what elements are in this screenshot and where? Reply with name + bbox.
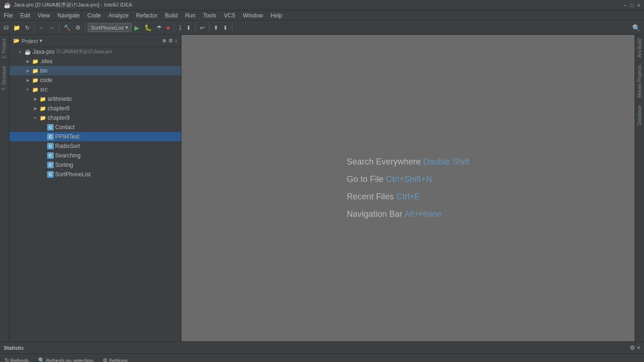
maximize-button[interactable]: □ bbox=[630, 2, 634, 8]
run-config-dropdown[interactable]: SortPhoneList ▾ bbox=[88, 23, 132, 32]
undo-button[interactable]: ↩ bbox=[198, 24, 206, 32]
toolbar: ⛁ 📁 ↻ ← → 🔨 ⚙ SortPhoneList ▾ ▶ 🐛 ☂ ■ ⤵ … bbox=[0, 21, 644, 35]
tree-label-sorting: Sorting bbox=[55, 162, 73, 168]
menu-tools[interactable]: Tools bbox=[199, 11, 220, 20]
tree-label-chapter6: chapter6 bbox=[48, 105, 70, 112]
java-class-icon: C bbox=[47, 124, 54, 131]
project-folder-icon: 📂 bbox=[13, 38, 20, 44]
tree-item-chapter6[interactable]: ▶ 📁 chapter6 bbox=[9, 104, 181, 113]
tree-label-contact: Contact bbox=[55, 124, 74, 131]
project-panel: 📂 Project ▾ ⊕ ⚙ ↕ ▾ ☕ Java-pro D:\JAVA程序… bbox=[9, 35, 182, 341]
close-button[interactable]: × bbox=[637, 2, 640, 8]
toolbar-open[interactable]: 📁 bbox=[11, 24, 22, 32]
tree-item-code[interactable]: ▶ 📁 code bbox=[9, 75, 181, 85]
debug-button[interactable]: 🐛 bbox=[142, 23, 154, 32]
folder-icon-arithmetic: 📁 bbox=[40, 96, 46, 102]
vcs-update[interactable]: ⬆ bbox=[212, 24, 220, 32]
tree-label-src: src bbox=[40, 86, 48, 93]
tree-item-sorting[interactable]: ▶ C Sorting bbox=[9, 160, 181, 170]
toolbar-sep-3 bbox=[85, 23, 85, 33]
settings-button[interactable]: ⚙ Settings bbox=[100, 356, 131, 362]
toolbar-sep-7 bbox=[232, 23, 232, 33]
search-label-1: Search Everywhere bbox=[347, 157, 421, 166]
menu-window[interactable]: Window bbox=[239, 11, 267, 20]
menu-refactor[interactable]: Refactor bbox=[132, 11, 161, 20]
search-everywhere[interactable]: 🔍 bbox=[630, 23, 642, 33]
refresh-on-label: Refresh on selection bbox=[46, 358, 93, 362]
tree-item-idea[interactable]: ▶ 📁 .idea bbox=[9, 57, 181, 66]
sidebar-tab-project[interactable]: 1: Project bbox=[0, 35, 9, 62]
tree-item-arithmetic[interactable]: ▶ 📁 arithmetic bbox=[9, 94, 181, 104]
stop-button[interactable]: ■ bbox=[165, 24, 172, 32]
refresh-selection-icon: 🔍 bbox=[38, 357, 45, 362]
locate-icon[interactable]: ⊕ bbox=[162, 38, 166, 44]
settings-icon[interactable]: ⚙ bbox=[168, 38, 173, 44]
java-class-icon-sortphonelist: C bbox=[47, 171, 54, 178]
menu-help[interactable]: Help bbox=[267, 11, 286, 20]
search-hotkey-4: Alt+Home bbox=[405, 209, 442, 219]
tree-label-pp94test: PP94Test bbox=[55, 133, 79, 140]
statistic-header-icons: ⚙ × bbox=[630, 345, 640, 351]
tree-label-radixsort: RadixSort bbox=[55, 143, 80, 149]
tree-item-pp94test[interactable]: ▶ C PP94Test bbox=[9, 132, 181, 141]
menu-run[interactable]: Run bbox=[182, 11, 199, 20]
menu-view[interactable]: View bbox=[34, 11, 54, 20]
toolbar-sync[interactable]: ↻ bbox=[23, 24, 32, 32]
menu-analyze[interactable]: Analyze bbox=[105, 11, 132, 20]
step-into[interactable]: ⬇ bbox=[184, 24, 193, 32]
settings-label: Settings bbox=[109, 358, 128, 362]
maven-projects-tab[interactable]: Maven Projects bbox=[636, 61, 644, 101]
folder-icon-bin: 📁 bbox=[32, 68, 39, 74]
java-class-icon-radix: C bbox=[47, 143, 54, 149]
menu-file[interactable]: File bbox=[0, 11, 17, 20]
sidebar-tab-structure[interactable]: 7: Structure bbox=[0, 62, 9, 94]
stat-close-icon[interactable]: × bbox=[637, 345, 640, 351]
tree-item-chapter9[interactable]: ▾ 📁 chapter9 bbox=[9, 113, 181, 123]
menu-code[interactable]: Code bbox=[83, 11, 105, 20]
toolbar-build-icon[interactable]: 🔨 bbox=[62, 24, 73, 32]
window-title: Java-pro [D:\JAVA程序设计\Java-pro] - Intell… bbox=[14, 1, 623, 8]
toolbar-forward[interactable]: → bbox=[47, 24, 57, 32]
folder-icon: 📁 bbox=[32, 58, 39, 65]
vcs-commit[interactable]: ⬇ bbox=[221, 24, 230, 32]
ant-build-tab[interactable]: Ant Build bbox=[636, 35, 644, 61]
tree-label-bin: bin bbox=[40, 67, 48, 74]
tree-item-searching[interactable]: ▶ C Searching bbox=[9, 151, 181, 160]
tree-label-sortphonelist: SortPhoneList bbox=[55, 171, 91, 178]
database-tab[interactable]: Database bbox=[636, 101, 644, 129]
refresh-on-selection-button[interactable]: 🔍 Refresh on selection bbox=[35, 356, 96, 362]
main-layout: 1: Project 7: Structure 📂 Project ▾ ⊕ ⚙ … bbox=[0, 35, 644, 341]
search-line-3: Recent Files Ctrl+E bbox=[347, 192, 469, 202]
dropdown-arrow-icon: ▾ bbox=[125, 25, 128, 31]
tree-item-sortphonelist[interactable]: ▶ C SortPhoneList bbox=[9, 170, 181, 179]
menu-vcs[interactable]: VCS bbox=[220, 11, 239, 20]
expand-icon[interactable]: ↕ bbox=[175, 38, 178, 44]
toolbar-back[interactable]: ← bbox=[37, 24, 46, 32]
stat-settings-icon[interactable]: ⚙ bbox=[630, 345, 635, 351]
toolbar-sep-6 bbox=[209, 23, 209, 33]
left-side-tabs: 1: Project 7: Structure bbox=[0, 35, 9, 341]
run-button[interactable]: ▶ bbox=[132, 23, 141, 33]
refresh-button[interactable]: ↻ Refresh bbox=[2, 356, 32, 362]
menu-build[interactable]: Build bbox=[161, 11, 182, 20]
tree-item-java-pro[interactable]: ▾ ☕ Java-pro D:\JAVA程序设计\Java-pro bbox=[9, 47, 181, 57]
toolbar-sep-4 bbox=[174, 23, 174, 33]
toolbar-project-structure[interactable]: ⛁ bbox=[2, 24, 10, 32]
menu-edit[interactable]: Edit bbox=[17, 11, 34, 20]
project-dropdown-icon: ▾ bbox=[40, 38, 42, 44]
coverage-button[interactable]: ☂ bbox=[155, 24, 164, 32]
tree-item-src[interactable]: ▾ 📁 src bbox=[9, 85, 181, 94]
toolbar-sdk[interactable]: ⚙ bbox=[74, 24, 83, 32]
project-icon: ☕ bbox=[25, 49, 31, 55]
search-hotkey-1: Double Shift bbox=[423, 157, 470, 166]
toolbar-sep-2 bbox=[59, 23, 59, 33]
tree-item-radixsort[interactable]: ▶ C RadixSort bbox=[9, 141, 181, 151]
minimize-button[interactable]: − bbox=[623, 2, 626, 8]
tree-item-bin[interactable]: ▶ 📁 bin bbox=[9, 66, 181, 75]
title-bar: ☕ Java-pro [D:\JAVA程序设计\Java-pro] - Inte… bbox=[0, 0, 644, 10]
search-label-2: Go to File bbox=[347, 174, 383, 184]
statistic-panel: Statistic ⚙ × ↻ Refresh 🔍 Refresh on sel… bbox=[0, 341, 644, 362]
menu-navigate[interactable]: Navigate bbox=[54, 11, 83, 20]
step-over[interactable]: ⤵ bbox=[177, 24, 183, 32]
tree-item-contact[interactable]: ▶ C Contact bbox=[9, 123, 181, 132]
